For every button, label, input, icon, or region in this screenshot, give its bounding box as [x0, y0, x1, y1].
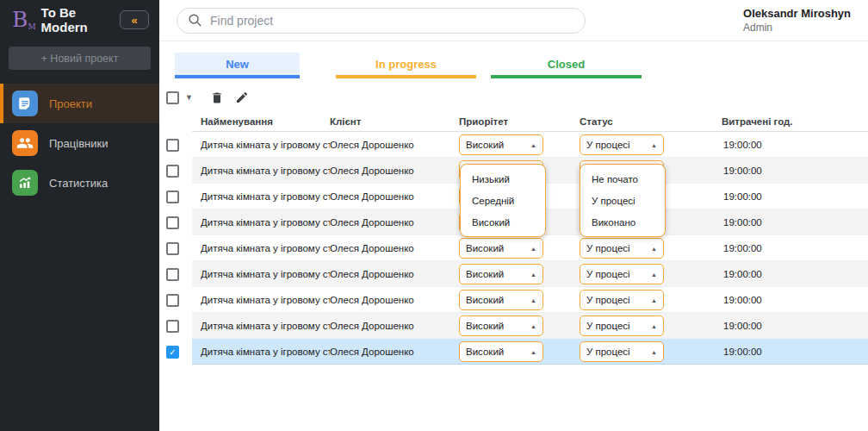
- table-row[interactable]: Дитяча кімната у ігровому ст.. Олеся Дор…: [159, 132, 868, 158]
- status-option[interactable]: У процесі: [580, 190, 665, 211]
- trash-icon: [210, 91, 224, 105]
- priority-select[interactable]: Високий ▲: [459, 134, 543, 155]
- table-row[interactable]: Дитяча кімната у ігровому ст.. Олеся Дор…: [159, 339, 868, 365]
- arrow-up-icon: ▲: [651, 142, 657, 148]
- client-name: Олеся Дорошенко: [330, 347, 459, 357]
- column-header-hours: Витрачені год.: [722, 116, 868, 127]
- priority-option[interactable]: Низький: [461, 168, 545, 190]
- hours-spent: 19:00:00: [722, 140, 868, 150]
- arrow-up-icon: ▲: [530, 272, 536, 278]
- status-select[interactable]: У процесі ▲: [580, 341, 664, 362]
- hours-spent: 19:00:00: [722, 295, 868, 305]
- table-row[interactable]: Дитяча кімната у ігровому ст.. Олеся Дор…: [159, 287, 868, 313]
- status-tabs: New In progress Closed: [175, 53, 868, 78]
- hours-spent: 19:00:00: [722, 166, 868, 176]
- priority-select[interactable]: Високий ▲: [459, 290, 543, 310]
- pencil-icon: [235, 91, 249, 104]
- client-name: Олеся Дорошенко: [330, 166, 459, 176]
- brand-logo: BM: [12, 9, 36, 31]
- table-toolbar: ▼: [166, 86, 868, 109]
- search-bar: [177, 8, 586, 34]
- column-header-priority: Приорітет: [459, 116, 580, 127]
- arrow-up-icon: ▲: [651, 349, 657, 355]
- status-select[interactable]: У процесі ▲: [580, 290, 664, 310]
- client-name: Олеся Дорошенко: [330, 295, 459, 305]
- row-checkbox[interactable]: [166, 165, 179, 178]
- arrow-up-icon: ▲: [530, 142, 536, 148]
- brand-name: To Be Modern: [41, 5, 120, 34]
- hours-spent: 19:00:00: [722, 217, 868, 228]
- row-checkbox[interactable]: [166, 139, 179, 152]
- row-checkbox[interactable]: [166, 191, 179, 203]
- caret-down-icon[interactable]: ▼: [185, 93, 193, 102]
- client-name: Олеся Дорошенко: [330, 321, 459, 331]
- status-value: У процесі: [586, 140, 630, 150]
- status-value: У процесі: [586, 243, 630, 253]
- priority-value: Високий: [466, 243, 504, 253]
- sidebar-item-projects[interactable]: Проекти: [0, 84, 159, 123]
- tab-in-progress[interactable]: In progress: [336, 53, 476, 78]
- sidebar-item-label: Статистика: [49, 177, 108, 190]
- search-icon: [188, 13, 202, 28]
- user-info[interactable]: Oleksandr Miroshyn Admin: [743, 7, 854, 34]
- user-name: Oleksandr Miroshyn: [743, 7, 851, 20]
- status-option[interactable]: Виконано: [580, 211, 665, 233]
- top-bar: Oleksandr Miroshyn Admin: [159, 0, 868, 41]
- logo-letter: B: [12, 7, 28, 32]
- priority-select[interactable]: Високий ▲: [459, 315, 543, 336]
- sidebar-collapse-button[interactable]: «: [120, 10, 149, 29]
- arrow-up-icon: ▲: [651, 297, 657, 303]
- client-name: Олеся Дорошенко: [330, 191, 459, 202]
- search-input[interactable]: [210, 14, 574, 28]
- priority-select[interactable]: Високий ▲: [459, 341, 543, 362]
- client-name: Олеся Дорошенко: [330, 140, 459, 150]
- row-checkbox[interactable]: [166, 268, 179, 281]
- priority-value: Високий: [466, 321, 504, 331]
- projects-document-icon: [12, 91, 38, 116]
- table-row[interactable]: Дитяча кімната у ігровому ст.. Олеся Дор…: [159, 313, 868, 339]
- priority-select[interactable]: Високий ▲: [459, 264, 543, 284]
- status-select[interactable]: У процесі ▲: [580, 134, 664, 155]
- project-name: Дитяча кімната у ігровому ст..: [201, 321, 330, 331]
- row-checkbox[interactable]: [166, 216, 179, 229]
- table-row[interactable]: Дитяча кімната у ігровому ст.. Олеся Дор…: [159, 261, 868, 287]
- status-select[interactable]: У процесі ▲: [580, 238, 664, 259]
- sidebar-item-statistics[interactable]: Статистика: [0, 163, 159, 203]
- column-header-status: Статус: [580, 116, 722, 127]
- row-checkbox[interactable]: [166, 346, 179, 359]
- row-checkbox[interactable]: [166, 242, 179, 255]
- status-value: У процесі: [586, 347, 630, 357]
- tab-closed[interactable]: Closed: [491, 53, 642, 78]
- select-all-checkbox[interactable]: [166, 91, 179, 104]
- project-name: Дитяча кімната у ігровому ст..: [201, 295, 330, 305]
- edit-button[interactable]: [235, 91, 249, 104]
- row-checkbox[interactable]: [166, 294, 179, 307]
- priority-option[interactable]: Середній: [461, 190, 545, 211]
- arrow-up-icon: ▲: [530, 246, 536, 252]
- status-select[interactable]: У процесі ▲: [580, 315, 664, 336]
- hours-spent: 19:00:00: [722, 321, 868, 331]
- priority-option[interactable]: Високий: [461, 211, 545, 233]
- bar-chart-arrow-icon: [12, 170, 38, 196]
- status-value: У процесі: [586, 295, 630, 305]
- table-row[interactable]: Дитяча кімната у ігровому ст.. Олеся Дор…: [159, 235, 868, 261]
- new-project-button[interactable]: + Новий проект: [9, 47, 151, 70]
- priority-select[interactable]: Високий ▲: [459, 238, 543, 259]
- hours-spent: 19:00:00: [722, 269, 868, 279]
- main-content: Oleksandr Miroshyn Admin New In progress…: [159, 0, 868, 431]
- user-role: Admin: [743, 22, 851, 34]
- project-name: Дитяча кімната у ігровому ст..: [201, 269, 330, 279]
- priority-value: Високий: [466, 295, 504, 305]
- status-value: У процесі: [586, 321, 630, 331]
- collapse-chevrons-icon: «: [131, 14, 137, 27]
- project-name: Дитяча кімната у ігровому ст..: [201, 191, 330, 202]
- row-checkbox[interactable]: [166, 320, 179, 333]
- status-option[interactable]: Не почато: [580, 168, 665, 190]
- status-select[interactable]: У процесі ▲: [580, 264, 664, 284]
- delete-button[interactable]: [210, 91, 224, 105]
- tab-new[interactable]: New: [175, 53, 300, 78]
- arrow-up-icon: ▲: [651, 323, 657, 329]
- project-name: Дитяча кімната у ігровому ст..: [201, 140, 330, 150]
- hours-spent: 19:00:00: [722, 191, 868, 202]
- sidebar-item-employees[interactable]: Працівники: [0, 123, 159, 163]
